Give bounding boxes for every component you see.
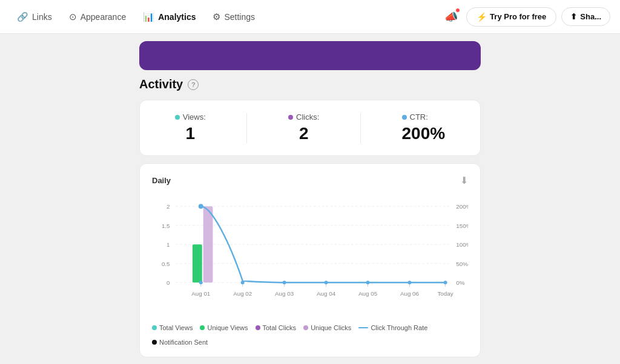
views-dot	[175, 115, 180, 120]
top-navigation: 🔗 Links ⊙ Appearance 📊 Analytics ⚙ Setti…	[0, 0, 620, 34]
legend-ctr-line	[358, 327, 368, 328]
legend-total-views-dot	[152, 325, 157, 330]
nav-analytics[interactable]: 📊 Analytics	[136, 7, 203, 27]
nav-links[interactable]: 🔗 Links	[10, 7, 59, 27]
share-label: Sha...	[580, 12, 601, 21]
legend-unique-clicks: Unique Clicks	[303, 324, 351, 331]
svg-rect-16	[203, 206, 213, 282]
stats-card: Views: 1 Clicks: 2 CTR: 200%	[139, 100, 481, 156]
try-pro-button[interactable]: ⚡ Try Pro for free	[466, 7, 556, 27]
download-icon[interactable]: ⬇	[460, 175, 468, 186]
links-icon: 🔗	[17, 11, 28, 22]
legend-unique-views-dot	[200, 325, 205, 330]
clicks-value: 2	[288, 124, 319, 143]
legend-unique-clicks-dot	[303, 325, 308, 330]
stat-divider-2	[360, 113, 361, 143]
views-label: Views:	[175, 112, 206, 122]
ctr-value: 200%	[402, 124, 446, 143]
svg-text:50%: 50%	[456, 261, 468, 267]
svg-text:Aug 06: Aug 06	[400, 290, 420, 297]
ctr-label: CTR:	[402, 112, 446, 122]
legend-total-clicks: Total Clicks	[256, 324, 297, 331]
chart-area: 2 1.5 1 0.5 0 200% 150% 100% 50% 0% Aug …	[152, 193, 468, 317]
bolt-icon: ⚡	[477, 12, 487, 22]
share-button[interactable]: ⬆ Sha...	[561, 7, 610, 26]
svg-text:1: 1	[167, 241, 170, 248]
svg-text:0: 0	[167, 279, 170, 286]
svg-text:Aug 03: Aug 03	[275, 290, 294, 297]
svg-text:100%: 100%	[456, 241, 468, 248]
chart-card: Daily ⬇ 2 1.5 1 0.5 0 200% 150% 1	[139, 163, 481, 357]
svg-text:0%: 0%	[456, 279, 464, 286]
ctr-dot	[402, 115, 407, 120]
nav-analytics-label: Analytics	[158, 12, 196, 22]
nav-appearance[interactable]: ⊙ Appearance	[62, 7, 134, 27]
nav-settings-label: Settings	[224, 12, 255, 22]
chart-legend: Total Views Unique Views Total Clicks Un…	[152, 324, 468, 346]
activity-title-text: Activity	[139, 77, 183, 91]
legend-notification-dot	[152, 340, 157, 345]
svg-text:150%: 150%	[456, 223, 468, 229]
ctr-stat: CTR: 200%	[402, 112, 446, 143]
svg-text:Today: Today	[437, 290, 453, 297]
nav-right-actions: 📣 ⚡ Try Pro for free ⬆ Sha...	[441, 7, 610, 27]
views-value: 1	[175, 124, 206, 143]
settings-icon: ⚙	[213, 11, 220, 22]
analytics-icon: 📊	[143, 11, 154, 22]
views-stat: Views: 1	[175, 112, 206, 143]
legend-unique-views: Unique Views	[200, 324, 248, 331]
svg-text:2: 2	[167, 203, 170, 210]
svg-text:0.5: 0.5	[162, 261, 170, 267]
svg-rect-15	[193, 244, 202, 282]
stat-divider-1	[246, 113, 247, 143]
activity-help-icon[interactable]: ?	[188, 79, 199, 90]
svg-point-38	[199, 204, 203, 209]
main-content: Activity ? Views: 1 Clicks: 2 CTR: 200%	[0, 34, 620, 364]
bar-line-chart: 2 1.5 1 0.5 0 200% 150% 100% 50% 0% Aug …	[152, 193, 468, 314]
svg-text:1.5: 1.5	[162, 223, 170, 229]
nav-links-label: Links	[32, 12, 52, 22]
svg-text:Aug 01: Aug 01	[191, 290, 210, 297]
svg-text:Aug 04: Aug 04	[317, 290, 336, 297]
clicks-dot	[288, 115, 293, 120]
clicks-stat: Clicks: 2	[288, 112, 319, 143]
chart-title: Daily	[152, 176, 171, 185]
legend-notification: Notification Sent	[152, 339, 208, 346]
activity-section-title: Activity ?	[139, 77, 481, 91]
share-icon: ⬆	[570, 12, 577, 21]
nav-appearance-label: Appearance	[81, 12, 127, 22]
notification-badge	[455, 8, 460, 13]
chart-header: Daily ⬇	[152, 175, 468, 186]
notification-bell-button[interactable]: 📣	[441, 7, 461, 27]
legend-ctr: Click Through Rate	[358, 324, 427, 331]
purple-banner	[139, 41, 481, 70]
appearance-icon: ⊙	[69, 11, 77, 22]
svg-text:200%: 200%	[456, 203, 468, 210]
svg-text:Aug 05: Aug 05	[358, 290, 378, 297]
legend-total-views: Total Views	[152, 324, 193, 331]
svg-point-31	[199, 281, 203, 284]
try-pro-label: Try Pro for free	[490, 12, 546, 21]
clicks-label: Clicks:	[288, 112, 319, 122]
nav-settings[interactable]: ⚙ Settings	[205, 7, 262, 27]
legend-total-clicks-dot	[256, 325, 260, 330]
svg-text:Aug 02: Aug 02	[233, 290, 252, 297]
